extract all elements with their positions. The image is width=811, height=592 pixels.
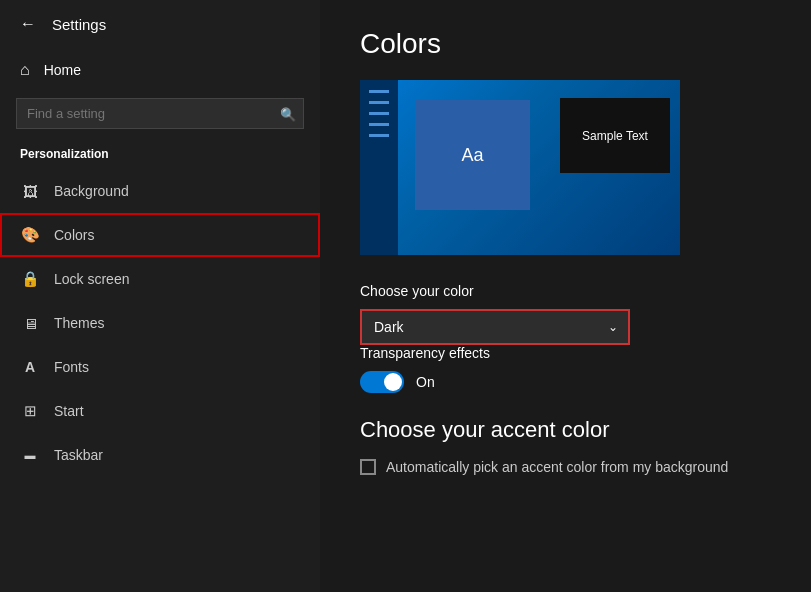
preview-text-box: Sample Text — [560, 98, 670, 173]
sidebar-item-lock-screen[interactable]: 🔒 Lock screen — [0, 257, 320, 301]
home-label: Home — [44, 62, 81, 78]
taskbar-line-3 — [369, 112, 389, 115]
toggle-row: On — [360, 371, 771, 393]
start-icon: ⊞ — [20, 402, 40, 420]
auto-accent-label: Automatically pick an accent color from … — [386, 459, 728, 475]
choose-color-label: Choose your color — [360, 283, 771, 299]
colors-icon: 🎨 — [20, 226, 40, 244]
taskbar-line-2 — [369, 101, 389, 104]
main-content: Colors Aa Sample Text Choose your color … — [320, 0, 811, 592]
sidebar-header: ← Settings — [0, 0, 320, 48]
auto-accent-row: Automatically pick an accent color from … — [360, 459, 771, 475]
colors-label: Colors — [54, 227, 94, 243]
preview-taskbar — [360, 80, 398, 255]
sidebar: ← Settings ⌂ Home 🔍 Personalization 🖼 Ba… — [0, 0, 320, 592]
accent-title: Choose your accent color — [360, 417, 771, 443]
sidebar-item-fonts[interactable]: A Fonts — [0, 345, 320, 389]
taskbar-line-4 — [369, 123, 389, 126]
color-dropdown[interactable]: Light Dark Custom — [360, 309, 630, 345]
start-label: Start — [54, 403, 84, 419]
search-input[interactable] — [16, 98, 304, 129]
sidebar-item-taskbar[interactable]: ▬ Taskbar — [0, 433, 320, 477]
taskbar-icon: ▬ — [20, 449, 40, 461]
preview-window: Aa — [415, 100, 530, 210]
fonts-label: Fonts — [54, 359, 89, 375]
themes-label: Themes — [54, 315, 105, 331]
fonts-icon: A — [20, 359, 40, 375]
transparency-label: Transparency effects — [360, 345, 771, 361]
taskbar-line-5 — [369, 134, 389, 137]
sidebar-item-background[interactable]: 🖼 Background — [0, 169, 320, 213]
color-dropdown-container: Light Dark Custom ⌄ — [360, 309, 630, 345]
page-title: Colors — [360, 28, 771, 60]
themes-icon: 🖥 — [20, 315, 40, 332]
background-label: Background — [54, 183, 129, 199]
transparency-toggle[interactable] — [360, 371, 404, 393]
preview-aa: Aa — [415, 100, 530, 210]
taskbar-label: Taskbar — [54, 447, 103, 463]
toggle-thumb — [384, 373, 402, 391]
search-icon: 🔍 — [280, 106, 296, 121]
taskbar-line-1 — [369, 90, 389, 93]
search-box: 🔍 — [16, 98, 304, 129]
lock-screen-icon: 🔒 — [20, 270, 40, 288]
color-preview: Aa Sample Text — [360, 80, 680, 255]
sidebar-item-colors[interactable]: 🎨 Colors — [0, 213, 320, 257]
sample-text: Sample Text — [582, 129, 648, 143]
lock-screen-label: Lock screen — [54, 271, 129, 287]
personalization-label: Personalization — [0, 141, 320, 169]
sidebar-item-start[interactable]: ⊞ Start — [0, 389, 320, 433]
settings-title: Settings — [52, 16, 106, 33]
sidebar-item-themes[interactable]: 🖥 Themes — [0, 301, 320, 345]
background-icon: 🖼 — [20, 183, 40, 200]
back-button[interactable]: ← — [16, 11, 40, 37]
toggle-state: On — [416, 374, 435, 390]
sidebar-item-home[interactable]: ⌂ Home — [0, 48, 320, 92]
home-icon: ⌂ — [20, 61, 30, 79]
auto-accent-checkbox[interactable] — [360, 459, 376, 475]
